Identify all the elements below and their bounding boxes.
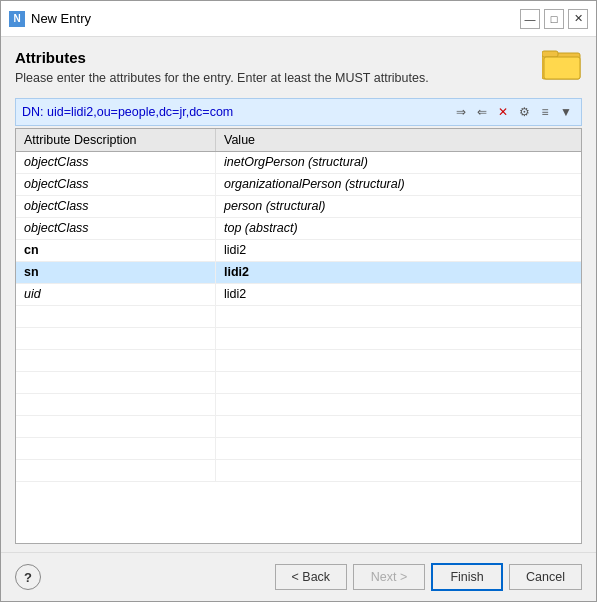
dn-icons: ⇒ ⇐ ✕ ⚙ ≡ ▼ <box>452 103 575 121</box>
title-bar: N New Entry — □ ✕ <box>1 1 596 37</box>
title-bar-left: N New Entry <box>9 11 91 27</box>
table-row-empty <box>16 394 581 416</box>
back-button[interactable]: < Back <box>275 564 348 590</box>
table-row[interactable]: objectClass organizationalPerson (struct… <box>16 174 581 196</box>
table-row-empty <box>16 350 581 372</box>
attr-cell: objectClass <box>16 152 216 173</box>
footer-buttons: < Back Next > Finish Cancel <box>275 563 582 591</box>
dn-icon-btn-2[interactable]: ⇐ <box>473 103 491 121</box>
attr-cell: uid <box>16 284 216 305</box>
table-row[interactable]: objectClass top (abstract) <box>16 218 581 240</box>
table-body: objectClass inetOrgPerson (structural) o… <box>16 152 581 544</box>
dn-icon-btn-1[interactable]: ⇒ <box>452 103 470 121</box>
value-cell: organizationalPerson (structural) <box>216 174 581 195</box>
attr-cell: objectClass <box>16 174 216 195</box>
title-bar-controls: — □ ✕ <box>520 9 588 29</box>
dn-icon-btn-6[interactable]: ▼ <box>557 103 575 121</box>
attr-cell: sn <box>16 262 216 283</box>
dn-bar: DN: uid=lidi2,ou=people,dc=jr,dc=com ⇒ ⇐… <box>15 98 582 126</box>
table-row[interactable]: cn lidi2 <box>16 240 581 262</box>
table-row-empty <box>16 438 581 460</box>
svg-rect-1 <box>542 51 558 57</box>
footer-left: ? <box>15 564 41 590</box>
column-header-value: Value <box>216 129 581 151</box>
table-row-empty <box>16 328 581 350</box>
table-row-empty <box>16 416 581 438</box>
value-cell: lidi2 <box>216 262 581 283</box>
value-cell: lidi2 <box>216 284 581 305</box>
footer: ? < Back Next > Finish Cancel <box>1 552 596 601</box>
attr-cell: objectClass <box>16 218 216 239</box>
column-header-attribute: Attribute Description <box>16 129 216 151</box>
close-button[interactable]: ✕ <box>568 9 588 29</box>
table-row[interactable]: objectClass inetOrgPerson (structural) <box>16 152 581 174</box>
svg-rect-2 <box>544 57 580 79</box>
value-cell: top (abstract) <box>216 218 581 239</box>
folder-icon <box>542 45 582 80</box>
dn-icon-btn-3[interactable]: ✕ <box>494 103 512 121</box>
attr-cell: objectClass <box>16 196 216 217</box>
main-window: N New Entry — □ ✕ Attributes Please ente… <box>0 0 597 602</box>
window-icon: N <box>9 11 25 27</box>
attributes-table: Attribute Description Value objectClass … <box>15 128 582 545</box>
window-title: New Entry <box>31 11 91 26</box>
dn-icon-btn-4[interactable]: ⚙ <box>515 103 533 121</box>
table-row-empty <box>16 372 581 394</box>
header-left: Attributes Please enter the attributes f… <box>15 49 429 98</box>
table-row-empty <box>16 306 581 328</box>
content-area: Attributes Please enter the attributes f… <box>1 37 596 552</box>
help-button[interactable]: ? <box>15 564 41 590</box>
table-row[interactable]: uid lidi2 <box>16 284 581 306</box>
finish-button[interactable]: Finish <box>431 563 503 591</box>
dn-icon-btn-5[interactable]: ≡ <box>536 103 554 121</box>
maximize-button[interactable]: □ <box>544 9 564 29</box>
value-cell: person (structural) <box>216 196 581 217</box>
value-cell: inetOrgPerson (structural) <box>216 152 581 173</box>
attr-cell: cn <box>16 240 216 261</box>
cancel-button[interactable]: Cancel <box>509 564 582 590</box>
dn-text: DN: uid=lidi2,ou=people,dc=jr,dc=com <box>22 105 233 119</box>
minimize-button[interactable]: — <box>520 9 540 29</box>
table-header: Attribute Description Value <box>16 129 581 152</box>
table-row[interactable]: objectClass person (structural) <box>16 196 581 218</box>
value-cell: lidi2 <box>216 240 581 261</box>
section-title: Attributes <box>15 49 429 66</box>
table-row-empty <box>16 460 581 482</box>
content-header: Attributes Please enter the attributes f… <box>15 49 582 98</box>
table-row[interactable]: sn lidi2 <box>16 262 581 284</box>
next-button[interactable]: Next > <box>353 564 425 590</box>
section-description: Please enter the attributes for the entr… <box>15 70 429 88</box>
